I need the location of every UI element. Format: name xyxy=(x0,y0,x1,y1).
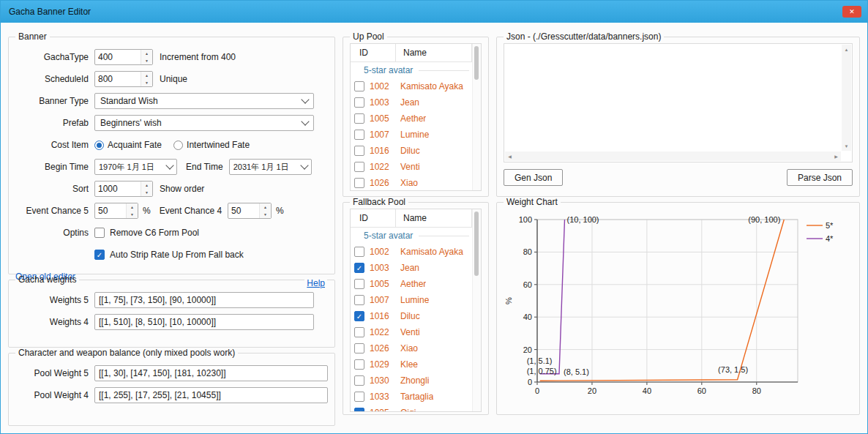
scrollbar[interactable] xyxy=(472,209,481,411)
event-chance-4-spinbox[interactable]: ▲ ▼ xyxy=(228,203,272,219)
pool-row[interactable]: 1005Aether xyxy=(351,111,472,127)
row-checkbox[interactable]: ✓ xyxy=(354,408,364,411)
column-header-name: Name xyxy=(396,209,472,227)
gen-json-button[interactable]: Gen Json xyxy=(504,169,563,186)
spin-down-icon[interactable]: ▼ xyxy=(141,189,152,196)
spin-up-icon[interactable]: ▲ xyxy=(260,203,271,211)
prefab-select[interactable]: Beginners' wish xyxy=(94,115,314,131)
event-chance-5-input[interactable] xyxy=(95,203,126,218)
row-checkbox[interactable] xyxy=(354,392,364,402)
weights5-input[interactable] xyxy=(94,292,314,308)
row-checkbox[interactable] xyxy=(354,279,364,289)
spin-down-icon[interactable]: ▼ xyxy=(141,79,152,86)
sort-row: Sort ▲ ▼ Show order xyxy=(15,181,328,197)
close-button[interactable]: ✕ xyxy=(842,6,861,18)
time-row: Begin Time 1970年 1月 1日 End Time 2031年 1月… xyxy=(15,159,328,175)
row-checkbox[interactable] xyxy=(354,295,364,305)
pool-row[interactable]: 1016Diluc xyxy=(351,143,472,159)
horizontal-scrollbar[interactable]: ◀ ▶ xyxy=(505,151,841,161)
banner-type-select[interactable]: Standard Wish xyxy=(94,93,314,109)
scheduleid-input[interactable] xyxy=(95,72,141,86)
row-checkbox[interactable] xyxy=(354,97,364,108)
scrollbar-track[interactable] xyxy=(515,151,831,161)
row-checkbox[interactable] xyxy=(354,113,364,124)
section-5star-avatar[interactable]: 5-star avatar xyxy=(351,62,472,78)
json-group: Json - (./Gresscutter/data/banners.json)… xyxy=(496,31,860,197)
scrollbar[interactable] xyxy=(472,44,481,190)
titlebar[interactable]: Gacha Banner Editor ✕ xyxy=(1,1,867,23)
intertwined-fate-radio[interactable] xyxy=(173,141,183,150)
spin-down-icon[interactable]: ▼ xyxy=(127,211,138,218)
prefab-label: Prefab xyxy=(15,118,89,128)
vertical-scrollbar[interactable]: ▲ ▼ xyxy=(842,45,851,151)
spin-up-icon[interactable]: ▲ xyxy=(141,72,152,79)
pool-row[interactable]: ✓1035Qiqi xyxy=(351,405,472,411)
pool-row[interactable]: 1005Aether xyxy=(351,276,472,292)
section-divider xyxy=(419,236,469,236)
pool-row[interactable]: ✓1016Diluc xyxy=(351,308,472,324)
acquaint-fate-radio[interactable] xyxy=(94,141,104,150)
section-5star-avatar[interactable]: 5-star avatar xyxy=(351,228,472,244)
scrollbar-thumb[interactable] xyxy=(474,46,479,80)
sort-input[interactable] xyxy=(95,182,141,196)
remove-c6-checkbox[interactable] xyxy=(94,228,105,238)
sort-spinbox[interactable]: ▲ ▼ xyxy=(94,181,153,197)
row-checkbox[interactable] xyxy=(354,359,364,370)
pool-row[interactable]: 1033Tartaglia xyxy=(351,389,472,405)
weights4-input[interactable] xyxy=(94,314,314,330)
scrollbar-thumb[interactable] xyxy=(474,212,479,276)
pool-row[interactable]: 1002Kamisato Ayaka xyxy=(351,244,472,260)
optins-row: Optins Remove C6 Form Pool xyxy=(15,225,328,241)
row-checkbox[interactable]: ✓ xyxy=(354,263,364,273)
pool-row[interactable]: 1007Lumine xyxy=(351,127,472,143)
row-id: 1029 xyxy=(370,359,400,370)
gachatype-input[interactable] xyxy=(95,50,141,64)
scroll-up-icon[interactable]: ▲ xyxy=(842,45,851,54)
parse-json-button[interactable]: Parse Json xyxy=(787,169,853,186)
pool-row[interactable]: 1030Zhongli xyxy=(351,373,472,389)
scrollbar-track[interactable] xyxy=(842,54,851,141)
pool-row[interactable]: 1022Venti xyxy=(351,159,472,175)
spin-up-icon[interactable]: ▲ xyxy=(141,182,152,189)
pool-row[interactable]: 1022Venti xyxy=(351,324,472,340)
row-checkbox[interactable] xyxy=(354,130,364,140)
pool-row[interactable]: 1026Xiao xyxy=(351,175,472,190)
pool-row[interactable]: 1029Klee xyxy=(351,356,472,373)
row-checkbox[interactable] xyxy=(354,343,364,353)
row-checkbox[interactable] xyxy=(354,178,364,188)
row-checkbox[interactable] xyxy=(354,162,364,172)
row-checkbox[interactable] xyxy=(354,327,364,337)
svg-text:60: 60 xyxy=(697,386,706,395)
spin-up-icon[interactable]: ▲ xyxy=(127,203,138,211)
row-checkbox[interactable] xyxy=(354,375,364,386)
json-textarea[interactable]: ▲ ▼ ◀ ▶ xyxy=(504,43,853,162)
svg-text:20: 20 xyxy=(588,386,596,395)
pool-row[interactable]: ✓1003Jean xyxy=(351,260,472,276)
spin-up-icon[interactable]: ▲ xyxy=(141,50,152,57)
event-chance-4-input[interactable] xyxy=(228,203,259,218)
scheduleid-spinbox[interactable]: ▲ ▼ xyxy=(94,71,153,87)
row-checkbox[interactable] xyxy=(354,81,364,91)
auto-strip-checkbox[interactable]: ✓ xyxy=(94,250,105,260)
scroll-left-icon[interactable]: ◀ xyxy=(505,151,515,161)
end-time-picker[interactable]: 2031年 1月 1日 xyxy=(229,159,312,175)
row-checkbox[interactable] xyxy=(354,247,364,257)
pool-row[interactable]: 1026Xiao xyxy=(351,340,472,356)
begin-time-picker[interactable]: 1970年 1月 1日 xyxy=(94,159,177,175)
event-chance-5-spinbox[interactable]: ▲ ▼ xyxy=(94,203,138,219)
gachatype-spinbox[interactable]: ▲ ▼ xyxy=(94,49,153,65)
up-pool-table: ID Name 5-star avatar 1002Kamisato Ayaka… xyxy=(350,43,482,191)
row-checkbox[interactable]: ✓ xyxy=(354,311,364,321)
pool-weight5-input[interactable] xyxy=(94,365,328,381)
pool-weight4-input[interactable] xyxy=(94,387,328,403)
row-checkbox[interactable] xyxy=(354,146,364,156)
scroll-down-icon[interactable]: ▼ xyxy=(842,141,851,151)
pool-row[interactable]: 1003Jean xyxy=(351,94,472,111)
pool-row[interactable]: 1007Lumine xyxy=(351,292,472,308)
help-link[interactable]: Help xyxy=(304,278,327,288)
pool-row[interactable]: 1002Kamisato Ayaka xyxy=(351,78,472,94)
row-id: 1030 xyxy=(370,375,400,386)
spin-down-icon[interactable]: ▼ xyxy=(260,211,271,218)
scroll-right-icon[interactable]: ▶ xyxy=(831,151,841,161)
spin-down-icon[interactable]: ▼ xyxy=(141,57,152,64)
